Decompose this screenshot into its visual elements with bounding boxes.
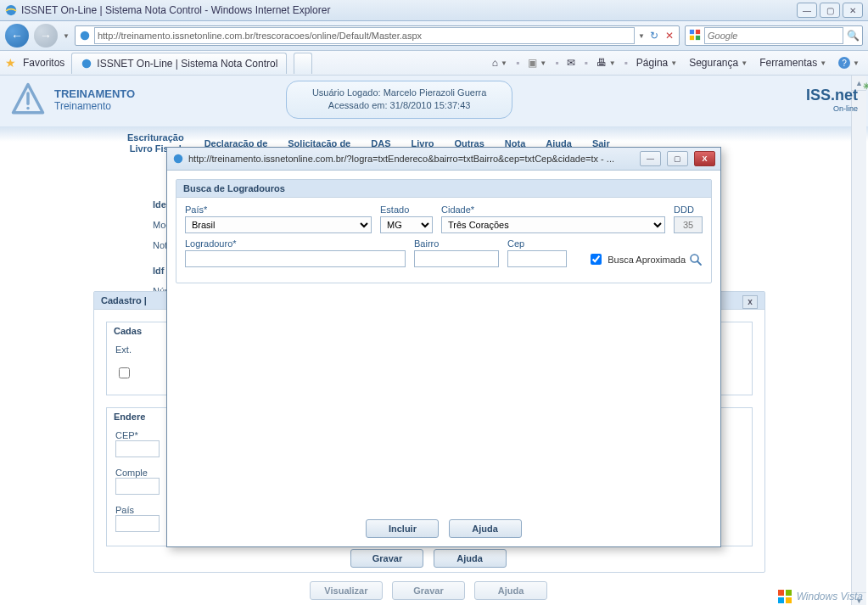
tools-menu[interactable]: Ferramentas▼ — [756, 55, 830, 70]
incluir-button[interactable]: Incluir — [366, 519, 439, 538]
svg-point-8 — [26, 107, 30, 110]
nav-history-dropdown[interactable]: ▼ — [63, 32, 70, 40]
vista-flag-icon — [777, 589, 792, 604]
address-bar[interactable]: ▼ ↻ ✕ — [75, 25, 680, 46]
favorites-bar: ★ Favoritos ISSNET On-Line | Sistema Not… — [0, 51, 868, 76]
svg-rect-12 — [778, 590, 784, 596]
ddd-field — [674, 216, 703, 233]
favorites-label[interactable]: Favoritos — [23, 57, 64, 69]
popup-close-button[interactable]: X — [694, 151, 715, 166]
logradouro-input[interactable] — [185, 250, 406, 267]
vista-watermark: Windows Vista — [777, 589, 863, 604]
lbl-cidade: Cidade* — [441, 204, 665, 215]
home-button[interactable]: ⌂▼ — [489, 55, 511, 70]
print-button[interactable]: 🖶▼ — [593, 55, 619, 70]
bg-ajuda-button[interactable]: Ajuda — [434, 549, 507, 568]
svg-point-6 — [82, 59, 92, 68]
help-button[interactable]: ?▼ — [835, 55, 863, 70]
lbl-logradouro: Logradouro* — [185, 238, 406, 249]
home-icon: ⌂ — [492, 57, 498, 69]
help-icon: ? — [838, 57, 850, 69]
mail-icon: ✉ — [567, 57, 575, 69]
bg-visualizar-button[interactable]: Visualizar — [310, 581, 383, 600]
search-icon[interactable] — [689, 253, 703, 266]
svg-rect-3 — [696, 30, 700, 34]
popup-titlebar[interactable]: http://treinamento.issnetonline.com.br/?… — [167, 148, 720, 171]
window-title: ISSNET On-Line | Sistema Nota Control - … — [21, 4, 794, 16]
bg-page-buttons: Visualizar Gravar Ajuda — [93, 581, 764, 600]
lbl-cep: Cep — [507, 238, 567, 249]
bg-gravar2-button[interactable]: Gravar — [392, 581, 465, 600]
window-max-button[interactable]: ▢ — [820, 3, 840, 18]
svg-rect-4 — [690, 36, 694, 40]
ie-titlebar: ISSNET On-Line | Sistema Nota Control - … — [0, 0, 868, 21]
rss-icon: ▣ — [528, 57, 537, 69]
search-bar[interactable]: 🔍 — [685, 25, 863, 46]
user-line2: Acessado em: 31/8/2010 15:37:43 — [312, 99, 486, 112]
ie-tab-icon — [81, 58, 92, 70]
search-panel: Busca de Logradouros País* Brasil Estado… — [176, 179, 712, 283]
window-min-button[interactable]: — — [797, 3, 817, 18]
svg-rect-13 — [786, 590, 792, 596]
bg-gravar-button[interactable]: Gravar — [350, 549, 423, 568]
search-input[interactable] — [704, 27, 843, 44]
busca-aprox-checkbox[interactable] — [591, 254, 602, 265]
print-icon: 🖶 — [596, 57, 607, 69]
mail-button[interactable]: ✉ — [563, 55, 579, 70]
warning-icon — [10, 81, 46, 117]
bg-cadastro-close[interactable]: x — [742, 295, 758, 309]
page-content: ▲ ▼ TREINAMENTO Treinamento Usuário Loga… — [0, 76, 868, 605]
busca-aprox-label: Busca Aproximada — [608, 255, 686, 265]
popup-ajuda-button[interactable]: Ajuda — [449, 519, 522, 538]
refresh-icon[interactable]: ↻ — [648, 30, 660, 42]
nav-toolbar: ← → ▼ ▼ ↻ ✕ 🔍 — [0, 21, 868, 51]
popup-title-text: http://treinamento.issnetonline.com.br/?… — [188, 154, 634, 164]
stop-icon[interactable]: ✕ — [664, 30, 675, 42]
svg-rect-2 — [690, 30, 694, 34]
header-titles: TREINAMENTO Treinamento — [54, 87, 135, 112]
popup-window: http://treinamento.issnetonline.com.br/?… — [166, 147, 721, 547]
lbl-pais: País* — [185, 204, 372, 215]
estado-select[interactable]: MG — [380, 216, 433, 233]
bg-ajuda2-button[interactable]: Ajuda — [474, 581, 547, 600]
security-menu[interactable]: Segurança▼ — [686, 55, 751, 70]
header-title: TREINAMENTO — [54, 87, 135, 100]
user-line1: Usuário Logado: Marcelo Pierazoli Guerra — [312, 87, 486, 99]
page-header: TREINAMENTO Treinamento Usuário Logado: … — [0, 76, 868, 124]
search-panel-title: Busca de Logradouros — [176, 180, 711, 198]
url-input[interactable] — [94, 27, 635, 44]
search-go-icon[interactable]: 🔍 — [847, 30, 859, 42]
popup-min-button[interactable]: — — [640, 151, 661, 166]
browser-tab[interactable]: ISSNET On-Line | Sistema Nota Control — [71, 53, 287, 74]
google-icon — [689, 29, 701, 42]
cidade-select[interactable]: Três Corações — [441, 216, 665, 233]
window-close-button[interactable]: ✕ — [843, 3, 863, 18]
lbl-ddd: DDD — [674, 204, 703, 215]
header-subtitle: Treinamento — [54, 100, 135, 112]
back-button[interactable]: ← — [5, 24, 29, 48]
pais-select[interactable]: Brasil — [185, 216, 372, 233]
cep-input[interactable] — [507, 250, 567, 267]
feeds-button[interactable]: ▣▼ — [524, 55, 550, 70]
command-bar: ⌂▼ ▪ ▣▼ ▪ ✉ ▪ 🖶▼ ▪ Página▼ Segurança▼ Fe… — [489, 55, 863, 70]
issnet-logo: ISS.net✳ On-line — [806, 87, 858, 113]
tab-title: ISSNET On-Line | Sistema Nota Control — [97, 58, 277, 70]
new-tab-button[interactable] — [294, 53, 312, 74]
svg-line-11 — [697, 261, 701, 265]
url-dropdown-icon[interactable]: ▼ — [638, 32, 645, 40]
svg-point-1 — [81, 31, 90, 41]
bg-ext-checkbox[interactable] — [119, 367, 130, 378]
popup-footer: Incluir Ajuda — [167, 511, 720, 546]
page-menu[interactable]: Página▼ — [633, 55, 680, 70]
favorites-star-icon[interactable]: ★ — [5, 56, 16, 70]
bairro-input[interactable] — [414, 250, 499, 267]
popup-body: Busca de Logradouros País* Brasil Estado… — [167, 171, 720, 511]
forward-button[interactable]: → — [34, 24, 58, 48]
ie-page-icon — [79, 30, 91, 42]
svg-rect-14 — [778, 597, 784, 603]
lbl-estado: Estado — [380, 204, 433, 215]
bg-dialog-buttons: Gravar Ajuda — [93, 549, 764, 568]
svg-point-9 — [174, 154, 183, 164]
popup-max-button[interactable]: ▢ — [667, 151, 688, 166]
ie-logo-icon — [5, 4, 17, 16]
